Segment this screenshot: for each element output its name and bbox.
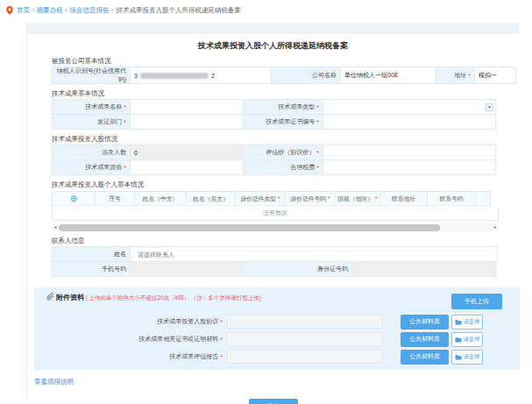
- attachments-panel: 附件资料 | 上传的单个附件大小不超过20兆（MB） （注：多个文件请打包上传)…: [34, 287, 520, 370]
- breadcrumb-current: 技术成果投资入股个人所得税递延纳税备案: [116, 6, 241, 14]
- reasonable-fee-input[interactable]: [327, 160, 495, 174]
- choose-file-label: 请选择: [464, 318, 480, 326]
- address-value: 模拟一: [474, 67, 516, 84]
- scroll-right-icon[interactable]: ▸: [492, 223, 499, 231]
- attachment-rows: 技术成果投资入股协议*公共材料库请选择技术成果相关证书或证明材料*公共材料库请选…: [34, 314, 514, 365]
- investment-table: 涉及人数 0 评估价（协议价）* 技术成果原值* 合理税费*: [52, 145, 519, 175]
- folder-icon: [455, 354, 462, 360]
- section-title-contact: 联系人信息: [52, 237, 519, 245]
- required-mark: *: [220, 354, 223, 360]
- mobile-value: [130, 261, 244, 277]
- breadcrumb-link[interactable]: 我要办税: [37, 6, 63, 14]
- table-row: 发证部门* 技术成果证书编号*: [52, 114, 519, 130]
- attachment-file-field: [227, 315, 382, 329]
- issuer-label: 发证部门*: [52, 114, 131, 130]
- persons-column-header: 身份证件号码*: [285, 191, 336, 206]
- persons-column-header: 序号: [95, 191, 135, 206]
- original-value-label: 技术成果原值*: [52, 159, 131, 175]
- folder-icon: [455, 319, 462, 325]
- contact-name-input[interactable]: [134, 247, 497, 261]
- reasonable-fee-cell: [323, 159, 496, 175]
- address-label: 地址*: [436, 67, 475, 84]
- breadcrumb-items: 首页 » 我要办税 » 综合信息报告 » 技术成果投资入股个人所得税递延纳税备案: [17, 6, 241, 15]
- breadcrumb-link[interactable]: 首页: [17, 6, 30, 14]
- achievement-table: 技术成果名称* 技术成果类型* ▼ 发证部门* 技术成果证书编号*: [52, 99, 519, 130]
- persons-column-header: 联系地址: [379, 191, 428, 206]
- attachments-header: 附件资料 | 上传的单个附件大小不超过20兆（MB） （注：多个文件请打包上传)…: [46, 293, 514, 312]
- persons-column-header: 身份证件类型*: [235, 191, 286, 206]
- table-row: 手机号码 身份证号码: [52, 261, 519, 277]
- taxpayer-id-value: 32: [130, 67, 272, 84]
- id-number-label: 身份证号码: [243, 261, 352, 277]
- taxpayer-id-label: 纳税人识别号(社会信用代码): [52, 67, 131, 84]
- original-value-cell: [130, 159, 244, 175]
- attachments-title: 附件资料: [46, 294, 84, 301]
- achievement-type-label: 技术成果类型*: [243, 99, 323, 115]
- empty-state: 没有数据: [52, 206, 499, 221]
- section-title-investment: 技术成果投资入股情况: [52, 135, 519, 144]
- submit-button[interactable]: 提交: [249, 399, 298, 404]
- table-row: 姓名: [52, 246, 519, 262]
- attachment-row: 技术成果评估报告*公共材料库请选择: [34, 349, 514, 365]
- issuer-input[interactable]: [134, 115, 243, 129]
- achievement-type-select[interactable]: ▼: [323, 99, 496, 115]
- persons-column-header: 姓名（英文）: [186, 191, 236, 206]
- cert-no-label: 技术成果证书编号*: [243, 114, 323, 130]
- public-library-button[interactable]: 公共材料库: [401, 350, 449, 365]
- public-library-button[interactable]: 公共材料库: [401, 315, 449, 330]
- attachment-row: 技术成果投资入股协议*公共材料库请选择: [34, 314, 514, 330]
- cert-no-cell: [323, 114, 496, 130]
- persons-column-header: 联系号码: [427, 191, 476, 206]
- company-name-value: 单位纳税人一组008: [340, 67, 436, 84]
- scrollbar-track[interactable]: [59, 224, 492, 231]
- eval-price-cell: [323, 145, 496, 160]
- breadcrumb-link[interactable]: 综合信息报告: [70, 6, 110, 14]
- paperclip-icon: [46, 293, 54, 301]
- choose-file-button[interactable]: 请选择: [451, 332, 483, 347]
- scroll-left-icon[interactable]: ◂: [52, 223, 59, 231]
- choose-file-button[interactable]: 请选择: [451, 315, 483, 330]
- table-row: 涉及人数 0 评估价（协议价）*: [52, 145, 519, 160]
- section-title-persons: 技术成果投资入股个人基本情况: [52, 181, 519, 189]
- reasonable-fee-label: 合理税费*: [243, 159, 323, 175]
- breadcrumb-separator: »: [30, 7, 37, 13]
- contact-name-label: 姓名: [52, 246, 131, 262]
- company-name-label: 公司名称: [271, 67, 341, 84]
- achievement-name-label: 技术成果名称*: [52, 99, 131, 115]
- scrollbar-thumb[interactable]: [59, 224, 440, 231]
- required-mark: *: [220, 319, 223, 325]
- mobile-upload-button[interactable]: 手机上传: [451, 294, 502, 309]
- view-instructions-link[interactable]: 查看填报说明: [34, 378, 74, 386]
- table-row: 技术成果原值* 合理税费*: [52, 159, 519, 175]
- attachment-label: 技术成果评估报告*: [34, 352, 227, 361]
- mobile-label: 手机号码: [52, 261, 131, 277]
- breadcrumb: 首页 » 我要办税 » 综合信息报告 » 技术成果投资入股个人所得税递延纳税备案: [6, 6, 241, 15]
- public-library-button[interactable]: 公共材料库: [401, 332, 449, 347]
- choose-file-label: 请选择: [464, 353, 480, 361]
- section-title-achievement: 技术成果基本情况: [52, 89, 519, 98]
- id-number-value: [351, 261, 496, 277]
- attachments-note: | 上传的单个附件大小不超过20兆（MB） （注：多个文件请打包上传): [86, 294, 261, 301]
- main-panel: 技术成果投资入股个人所得税递延纳税备案 被投资公司基本情况 纳税人识别号(社会信…: [26, 23, 519, 401]
- eval-price-label: 评估价（协议价）*: [243, 145, 323, 160]
- chevron-down-icon[interactable]: ▼: [486, 103, 493, 111]
- eval-price-input[interactable]: [327, 145, 495, 159]
- page-root: 首页 » 我要办税 » 综合信息报告 » 技术成果投资入股个人所得税递延纳税备案…: [0, 0, 532, 404]
- section-title-company: 被投资公司基本情况: [52, 57, 519, 66]
- people-count-value: 0: [130, 145, 244, 160]
- breadcrumb-separator: »: [63, 7, 70, 13]
- required-mark: *: [278, 195, 280, 202]
- horizontal-scrollbar[interactable]: ◂ ▸: [52, 223, 499, 231]
- required-mark: *: [328, 195, 330, 202]
- add-person-button[interactable]: ⊕: [52, 191, 96, 206]
- persons-column-header: 国籍（地区）*: [335, 191, 380, 206]
- original-value-input[interactable]: [134, 160, 243, 174]
- choose-file-button[interactable]: 请选择: [451, 350, 483, 365]
- company-table: 纳税人识别号(社会信用代码) 32 公司名称 单位纳税人一组008 地址* 模拟…: [52, 67, 519, 84]
- cert-no-input[interactable]: [327, 115, 495, 129]
- required-mark: *: [375, 195, 378, 202]
- attachment-label: 技术成果投资入股协议*: [34, 317, 227, 326]
- achievement-name-input[interactable]: [134, 100, 243, 114]
- required-mark: *: [220, 337, 223, 343]
- table-row: 技术成果名称* 技术成果类型* ▼: [52, 99, 519, 115]
